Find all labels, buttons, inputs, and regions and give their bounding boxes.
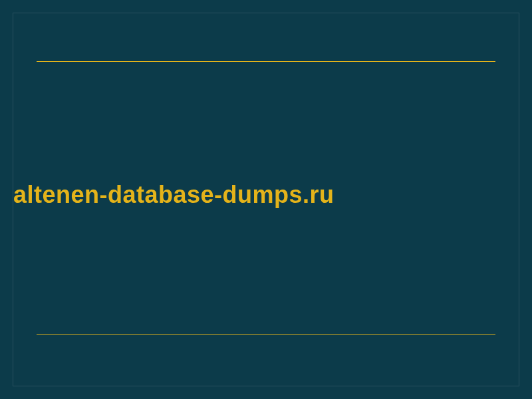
divider-top: [37, 61, 495, 62]
main-title: altenen-database-dumps.ru: [13, 181, 334, 209]
divider-bottom: [37, 334, 495, 334]
